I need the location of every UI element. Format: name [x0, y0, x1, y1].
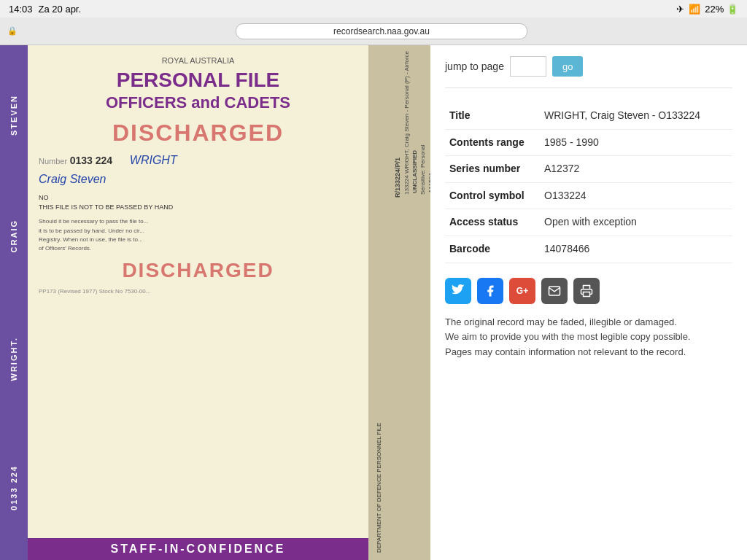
lock-icon: 🔒 — [7, 26, 18, 36]
status-date: Za 20 apr. — [39, 4, 82, 15]
access-row: Access status Open with exception — [445, 209, 732, 236]
doc-right-strip: R/133224/P/1 133224 WRIGHT, Craig Steven… — [390, 45, 430, 560]
airplane-icon: ✈ — [676, 4, 684, 15]
doc-number-line: Number 0133 224 WRIGHT — [39, 154, 357, 167]
url-bar[interactable]: recordsearch.naa.gov.au — [236, 23, 527, 39]
wifi-icon: 📶 — [689, 4, 700, 15]
staff-confidence: STAFF-IN-CONFIDENCE — [28, 538, 368, 560]
right-vert-strip: DEPARTMENT OF DEFENCE PERSONNEL FILE — [368, 45, 390, 560]
barcode-row: Barcode 14078466 — [445, 236, 732, 262]
series-label: Series number — [445, 156, 540, 183]
status-icons: ✈ 📶 22% 🔋 — [676, 4, 738, 15]
contents-label: Contents range — [445, 129, 540, 156]
series-row: Series number A12372 — [445, 156, 732, 183]
title-value: WRIGHT, Craig Steven - O133224 — [540, 103, 732, 129]
title-row: Title WRIGHT, Craig Steven - O133224 — [445, 103, 732, 129]
disclaimer-text: The original record may be faded, illegi… — [445, 315, 732, 360]
right-strip-text: DEPARTMENT OF DEFENCE PERSONNEL FILE — [375, 423, 383, 553]
tab-steven: STEVEN — [9, 95, 18, 136]
control-value: O133224 — [540, 182, 732, 209]
contents-value: 1985 - 1990 — [540, 129, 732, 156]
discharged-stamp-2: DISCHARGED — [39, 259, 357, 282]
metadata-table: Title WRIGHT, Craig Steven - O133224 Con… — [445, 103, 732, 263]
document-panel: STEVEN CRAIG WRIGHT. 0133 224 ROYAL AUST… — [0, 45, 430, 560]
barcode-value: 14078466 — [540, 236, 732, 262]
google-plus-label: G+ — [516, 286, 528, 296]
info-panel: jump to page go Title WRIGHT, Craig Stev… — [430, 45, 747, 560]
barcode-label: Barcode — [445, 236, 540, 262]
royal-text: ROYAL AUSTRALIA — [39, 56, 357, 65]
twitter-share-button[interactable] — [445, 278, 471, 304]
access-label: Access status — [445, 209, 540, 236]
left-tab-strip: STEVEN CRAIG WRIGHT. 0133 224 — [0, 45, 28, 560]
jump-input[interactable] — [510, 56, 546, 77]
jump-label: jump to page — [445, 61, 504, 72]
other-names: Craig Steven — [39, 173, 357, 186]
warning-text: NO THIS FILE IS NOT TO BE PASSED BY HAND… — [39, 193, 357, 253]
status-time: 14:03 — [9, 4, 33, 15]
access-value: Open with exception — [540, 209, 732, 236]
doc-footer-ref: PP173 (Revised 1977) Stock No 7530-00... — [39, 288, 357, 295]
jump-section: jump to page go — [445, 56, 732, 88]
go-button[interactable]: go — [552, 56, 583, 77]
tab-craig: CRAIG — [9, 219, 18, 252]
social-icons: G+ — [445, 278, 732, 304]
control-row: Control symbol O133224 — [445, 182, 732, 209]
surname-value: WRIGHT — [130, 154, 177, 166]
tab-wright: WRIGHT. — [9, 337, 18, 381]
svg-rect-0 — [584, 292, 590, 296]
number-label: Number — [39, 157, 67, 166]
title-label: Title — [445, 103, 540, 129]
series-value: A12372 — [540, 156, 732, 183]
battery-icon: 22% 🔋 — [705, 4, 738, 15]
discharged-stamp-1: DISCHARGED — [39, 120, 357, 147]
status-bar: 14:03 Za 20 apr. ✈ 📶 22% 🔋 — [0, 0, 747, 18]
email-share-button[interactable] — [541, 278, 568, 304]
officers-cadets-title: OFFICERS and CADETS — [39, 93, 357, 112]
doc-header: ROYAL AUSTRALIA PERSONAL FILE OFFICERS a… — [39, 56, 357, 112]
tab-number: 0133 224 — [9, 465, 18, 510]
main-content: STEVEN CRAIG WRIGHT. 0133 224 ROYAL AUST… — [0, 45, 747, 560]
facebook-share-button[interactable] — [477, 278, 503, 304]
document-body: ROYAL AUSTRALIA PERSONAL FILE OFFICERS a… — [28, 45, 368, 560]
control-label: Control symbol — [445, 182, 540, 209]
strip-inner-text: R/133224/P/1 133224 WRIGHT, Craig Steven… — [390, 45, 430, 203]
print-button[interactable] — [573, 278, 600, 304]
contents-row: Contents range 1985 - 1990 — [445, 129, 732, 156]
browser-chrome: 🔒 recordsearch.naa.gov.au — [0, 18, 747, 45]
google-plus-share-button[interactable]: G+ — [509, 278, 535, 304]
personal-file-title: PERSONAL FILE — [39, 69, 357, 92]
doc-number: 0133 224 — [70, 155, 112, 166]
